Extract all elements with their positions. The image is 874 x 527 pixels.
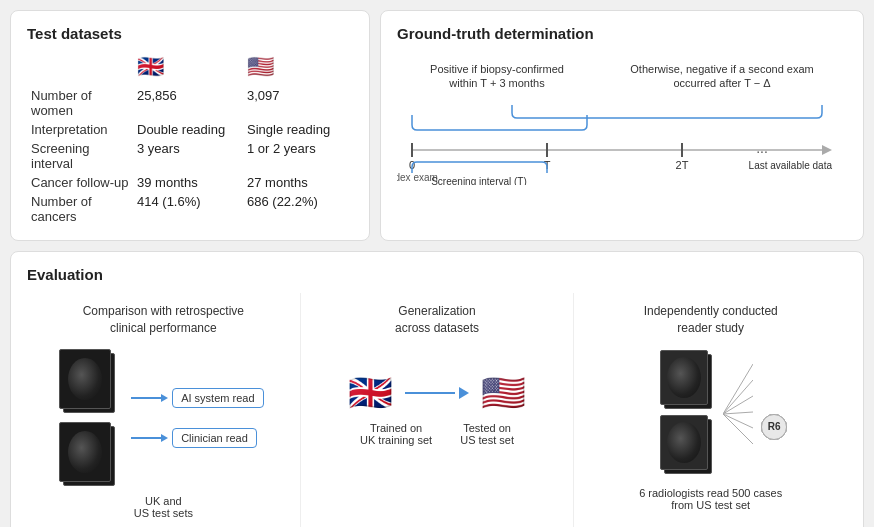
gt-timeline-svg: 0 Index exam T 2T ... Last available dat… (397, 95, 847, 185)
svg-line-12 (723, 364, 753, 414)
eval-col1-caption: UK and US test sets (35, 495, 292, 519)
ground-truth-card: Ground-truth determination Positive if b… (380, 10, 864, 241)
clinician-arrow-line (131, 437, 161, 439)
ground-truth-title: Ground-truth determination (397, 25, 847, 42)
row-label-1: Interpretation (27, 120, 133, 139)
row-label-4: Number of cancers (27, 192, 133, 226)
mammo-stack-multi (660, 350, 715, 477)
tested-label: Tested on US test set (460, 422, 514, 446)
eval-col-generalization: Generalization across datasets 🇬🇧 🇺� (301, 293, 575, 527)
dataset-row-4: Number of cancers414 (1.6%)686 (22.2%) (27, 192, 353, 226)
mammogram-pair (59, 349, 119, 487)
big-arrow-head (459, 387, 469, 399)
flag-us: 🇺🇸 (243, 52, 353, 86)
eval-col-comparison: Comparison with retrospective clinical p… (27, 293, 301, 527)
flag-labels: Trained on UK training set Tested on US … (360, 422, 514, 446)
mammo-sm-front (660, 350, 708, 405)
svg-text:...: ... (756, 140, 768, 156)
mammo-img-front1 (59, 349, 111, 409)
gt-top-labels: Positive if biopsy-confirmed within T + … (397, 62, 847, 91)
clinician-arrow (131, 434, 168, 442)
row-us-2: 1 or 2 years (243, 139, 353, 173)
dataset-row-1: InterpretationDouble readingSingle readi… (27, 120, 353, 139)
mammo-img-front2 (59, 422, 111, 482)
eval-col3-diagram: R1 R2 R3 R4 R5 R6 (582, 349, 839, 479)
datasets-data-table: Number of women25,8563,097Interpretation… (27, 86, 353, 226)
svg-text:Last available data: Last available data (749, 160, 833, 171)
row-uk-1: Double reading (133, 120, 243, 139)
row-us-0: 3,097 (243, 86, 353, 120)
datasets-table: 🇬🇧 🇺🇸 (27, 52, 353, 86)
eval-col-reader-study: Independently conducted reader study (574, 293, 847, 527)
eval-col3-title: Independently conducted reader study (582, 303, 839, 337)
row-label-2: Screening interval (27, 139, 133, 173)
row-label-0: Number of women (27, 86, 133, 120)
uk-flag-emoji: 🇬🇧 (348, 372, 393, 414)
evaluation-card: Evaluation Comparison with retrospective… (10, 251, 864, 527)
eval-col1-title: Comparison with retrospective clinical p… (35, 303, 292, 337)
row-uk-4: 414 (1.6%) (133, 192, 243, 226)
dataset-row-2: Screening interval3 years1 or 2 years (27, 139, 353, 173)
us-flag-group: 🇺🇸 (481, 372, 526, 414)
gt-label-right: Otherwise, negative if a second exam occ… (597, 62, 847, 91)
eval-col1-diagram: AI system read Clinician read (35, 349, 292, 487)
us-flag-emoji: 🇺🇸 (481, 372, 526, 414)
flag-arrow-row: 🇬🇧 🇺🇸 (348, 372, 526, 414)
trained-label: Trained on UK training set (360, 422, 432, 446)
svg-line-13 (723, 380, 753, 414)
flag-uk: 🇬🇧 (133, 52, 243, 86)
ai-arrow-head (161, 394, 168, 402)
big-arrow-line (405, 392, 455, 394)
row-us-1: Single reading (243, 120, 353, 139)
svg-line-14 (723, 396, 753, 414)
reader-lines-svg (723, 349, 753, 479)
svg-line-16 (723, 414, 753, 428)
ai-arrow-line (131, 397, 161, 399)
svg-line-15 (723, 412, 753, 414)
ai-read-box: AI system read (172, 388, 263, 408)
evaluation-title: Evaluation (27, 266, 847, 283)
eval-col3-caption: 6 radiologists read 500 cases from US te… (582, 487, 839, 511)
reader-r6: R6 (761, 414, 787, 440)
gt-diagram: Positive if biopsy-confirmed within T + … (397, 52, 847, 198)
row-uk-0: 25,856 (133, 86, 243, 120)
ai-arrow-item: AI system read (131, 388, 263, 408)
row-us-4: 686 (22.2%) (243, 192, 353, 226)
eval-col2-title: Generalization across datasets (309, 303, 566, 337)
mammo-sm-front2 (660, 415, 708, 470)
svg-marker-1 (822, 145, 832, 155)
row-uk-3: 39 months (133, 173, 243, 192)
test-datasets-card: Test datasets 🇬🇧 🇺🇸 Number of women25,85… (10, 10, 370, 241)
dataset-row-0: Number of women25,8563,097 (27, 86, 353, 120)
row-uk-2: 3 years (133, 139, 243, 173)
eval-inner: Comparison with retrospective clinical p… (27, 293, 847, 527)
dataset-row-3: Cancer follow-up39 months27 months (27, 173, 353, 192)
eval-col2-diagram: 🇬🇧 🇺🇸 Trained on UK training set Tested … (309, 349, 566, 469)
svg-text:Screening interval (T): Screening interval (T) (431, 176, 527, 185)
ai-arrow (131, 394, 168, 402)
svg-text:2T: 2T (676, 159, 689, 171)
svg-line-17 (723, 414, 753, 444)
gt-label-left: Positive if biopsy-confirmed within T + … (397, 62, 597, 91)
big-arrow (405, 387, 469, 399)
clinician-read-box: Clinician read (172, 428, 257, 448)
clinician-arrow-item: Clinician read (131, 428, 263, 448)
arrow-group: AI system read Clinician read (131, 388, 263, 448)
test-datasets-title: Test datasets (27, 25, 353, 42)
clinician-arrow-head (161, 434, 168, 442)
row-label-3: Cancer follow-up (27, 173, 133, 192)
row-us-3: 27 months (243, 173, 353, 192)
uk-flag-group: 🇬🇧 (348, 372, 393, 414)
